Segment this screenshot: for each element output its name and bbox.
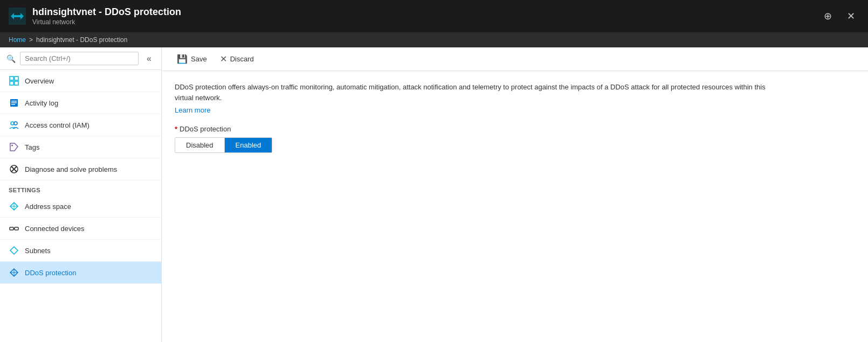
svg-point-10 bbox=[11, 122, 14, 125]
ddos-form-section: * DDoS protection Disabled Enabled bbox=[175, 125, 855, 153]
svg-rect-3 bbox=[15, 76, 18, 80]
svg-rect-9 bbox=[11, 104, 15, 105]
breadcrumb: Home > hdinsightvnet - DDoS protection bbox=[0, 32, 868, 47]
content-area: 💾 Save ✕ Discard DDoS protection offers … bbox=[162, 47, 868, 342]
required-indicator: * bbox=[175, 125, 177, 133]
address-space-icon bbox=[9, 201, 19, 212]
sidebar-collapse-button[interactable]: « bbox=[143, 53, 155, 65]
learn-more-link[interactable]: Learn more bbox=[175, 106, 210, 114]
ddos-protection-icon bbox=[9, 267, 19, 278]
breadcrumb-separator: > bbox=[29, 36, 33, 44]
svg-rect-8 bbox=[11, 102, 17, 103]
content-body: DDoS protection offers always-on traffic… bbox=[162, 71, 868, 342]
connected-devices-icon bbox=[9, 223, 19, 234]
sidebar-item-overview[interactable]: Overview bbox=[0, 70, 161, 92]
top-header: hdinsightvnet - DDoS protection Virtual … bbox=[0, 0, 868, 32]
subnets-icon bbox=[9, 245, 19, 256]
pin-button[interactable]: ⊕ bbox=[819, 8, 836, 24]
breadcrumb-current: hdinsightvnet - DDoS protection bbox=[36, 36, 127, 44]
svg-rect-4 bbox=[10, 81, 13, 85]
page-title: hdinsightvnet - DDoS protection bbox=[32, 6, 181, 18]
sidebar-item-diagnose[interactable]: Diagnose and solve problems bbox=[0, 158, 161, 180]
sidebar: 🔍 « Overview Activity log bbox=[0, 47, 162, 342]
disabled-toggle-button[interactable]: Disabled bbox=[175, 138, 225, 152]
sidebar-item-label-connected-devices: Connected devices bbox=[25, 225, 85, 233]
svg-rect-18 bbox=[15, 227, 18, 230]
sidebar-item-label-subnets: Subnets bbox=[25, 247, 51, 255]
sidebar-item-activity-log[interactable]: Activity log bbox=[0, 92, 161, 114]
form-label: * DDoS protection bbox=[175, 125, 855, 133]
svg-rect-5 bbox=[15, 81, 18, 85]
save-icon: 💾 bbox=[177, 54, 188, 64]
sidebar-item-label-access-control: Access control (IAM) bbox=[25, 121, 89, 129]
search-icon: 🔍 bbox=[6, 54, 16, 63]
breadcrumb-home[interactable]: Home bbox=[9, 36, 26, 44]
sidebar-item-address-space[interactable]: Address space bbox=[0, 196, 161, 218]
sidebar-item-subnets[interactable]: Subnets bbox=[0, 240, 161, 262]
save-button[interactable]: 💾 Save bbox=[170, 52, 213, 66]
toolbar: 💾 Save ✕ Discard bbox=[162, 47, 868, 71]
page-subtitle: Virtual network bbox=[32, 18, 181, 26]
sidebar-item-label-address-space: Address space bbox=[25, 203, 71, 211]
sidebar-item-tags[interactable]: Tags bbox=[0, 136, 161, 158]
activity-log-icon bbox=[9, 97, 19, 108]
save-label: Save bbox=[191, 55, 207, 63]
enabled-toggle-button[interactable]: Enabled bbox=[225, 138, 272, 152]
sidebar-item-label-activity-log: Activity log bbox=[25, 99, 58, 107]
svg-rect-7 bbox=[11, 101, 17, 102]
sidebar-item-label-diagnose: Diagnose and solve problems bbox=[25, 165, 117, 173]
svg-rect-2 bbox=[10, 76, 13, 80]
diagnose-icon bbox=[9, 164, 19, 175]
description-text: DDoS protection offers always-on traffic… bbox=[175, 82, 768, 103]
sidebar-search-bar: 🔍 « bbox=[0, 47, 161, 70]
close-button[interactable]: ✕ bbox=[843, 8, 859, 24]
svg-rect-17 bbox=[10, 227, 13, 230]
svg-marker-20 bbox=[10, 247, 18, 254]
sidebar-item-connected-devices[interactable]: Connected devices bbox=[0, 218, 161, 240]
discard-button[interactable]: ✕ Discard bbox=[213, 52, 260, 66]
search-input[interactable] bbox=[20, 52, 139, 65]
sidebar-item-label-tags: Tags bbox=[25, 143, 39, 151]
iam-icon bbox=[9, 120, 19, 130]
settings-section-label: SETTINGS bbox=[0, 180, 161, 196]
sidebar-item-label-ddos-protection: DDoS protection bbox=[25, 269, 76, 277]
discard-icon: ✕ bbox=[220, 54, 227, 64]
sidebar-nav: Overview Activity log Access control (IA… bbox=[0, 70, 161, 342]
sidebar-item-access-control[interactable]: Access control (IAM) bbox=[0, 114, 161, 136]
tags-icon bbox=[9, 142, 19, 152]
sidebar-item-label-overview: Overview bbox=[25, 77, 54, 85]
app-icon bbox=[9, 8, 26, 25]
form-field-label: DDoS protection bbox=[180, 125, 231, 133]
svg-point-12 bbox=[11, 145, 13, 146]
svg-point-11 bbox=[14, 122, 17, 125]
sidebar-item-ddos-protection[interactable]: DDoS protection bbox=[0, 262, 161, 284]
ddos-toggle-group: Disabled Enabled bbox=[175, 137, 272, 153]
discard-label: Discard bbox=[230, 55, 254, 63]
overview-icon bbox=[9, 75, 19, 86]
